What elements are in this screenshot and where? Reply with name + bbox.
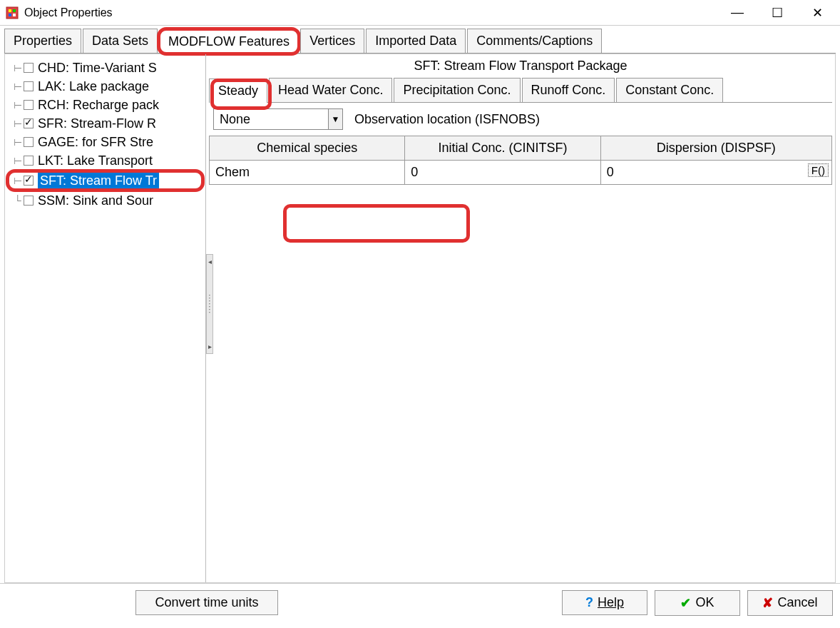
svg-rect-3 [9, 14, 11, 16]
svg-rect-2 [13, 9, 16, 12]
tree-label: SFT: Stream Flow Tr [38, 173, 159, 189]
button-label: Cancel [777, 595, 817, 610]
tree-connector-icon: ⊢ [12, 155, 24, 166]
tab-data-sets[interactable]: Data Sets [83, 29, 158, 53]
table-row: Chem 0 0 F() [210, 161, 832, 185]
app-icon [6, 6, 19, 19]
obs-location-combo[interactable]: None ▼ [213, 108, 343, 130]
titlebar: Object Properties — ☐ ✕ [0, 0, 840, 26]
tree-item-rch[interactable]: ⊢ RCH: Recharge pack [8, 96, 203, 114]
top-tabs: Properties Data Sets MODFLOW Features Ve… [4, 29, 836, 54]
sub-tabs: Steady Head Water Conc. Precipitation Co… [209, 78, 832, 103]
tab-imported-data[interactable]: Imported Data [366, 29, 466, 53]
observation-row: None ▼ Observation location (ISFNOBS) [206, 103, 835, 136]
species-grid: Chemical species Initial Conc. (CINITSF)… [209, 136, 832, 185]
tree-label: SFR: Stream-Flow R [38, 116, 156, 131]
checkbox-icon[interactable] [24, 118, 34, 128]
combo-value: None [214, 112, 328, 127]
tree-connector-icon: ⊢ [12, 81, 24, 92]
subtab-precipitation-conc[interactable]: Precipitation Conc. [394, 78, 520, 102]
splitter-handle[interactable]: ◂ ······· ▸ [206, 254, 213, 354]
help-icon: ? [585, 595, 593, 610]
svg-rect-4 [13, 14, 16, 16]
tab-comments-captions[interactable]: Comments/Captions [467, 29, 602, 53]
chevron-right-icon: ▸ [208, 343, 212, 350]
content-panel: ◂ ······· ▸ SFT: Stream Flow Transport P… [206, 54, 835, 582]
tree-label: LAK: Lake package [38, 79, 149, 94]
convert-time-units-button[interactable]: Convert time units [135, 590, 278, 615]
checkbox-icon[interactable] [24, 81, 34, 91]
tree-label: LKT: Lake Transport [38, 153, 153, 168]
tab-vertices[interactable]: Vertices [300, 29, 364, 53]
main-area: ⊢ CHD: Time-Variant S ⊢ LAK: Lake packag… [4, 54, 836, 583]
tab-modflow-features[interactable]: MODFLOW Features [159, 29, 299, 54]
tree-connector-icon: ⊢ [12, 136, 24, 148]
maximize-button[interactable]: ☐ [766, 5, 789, 21]
help-button[interactable]: ? Help [562, 590, 647, 615]
tab-properties[interactable]: Properties [4, 29, 81, 53]
check-icon: ✔ [680, 595, 691, 611]
cancel-icon: ✘ [762, 595, 773, 611]
tree-item-lkt[interactable]: ⊢ LKT: Lake Transport [8, 151, 203, 170]
tree-label: RCH: Recharge pack [38, 98, 159, 113]
panel-title: SFT: Stream Flow Transport Package [206, 54, 835, 78]
tree-item-gage[interactable]: ⊢ GAGE: for SFR Stre [8, 133, 203, 151]
cancel-button[interactable]: ✘ Cancel [747, 590, 833, 616]
checkbox-icon[interactable] [24, 176, 34, 186]
grip-dots-icon: ······· [209, 294, 211, 314]
chevron-left-icon: ◂ [208, 258, 212, 265]
cell-dispersion-value: 0 [607, 165, 614, 179]
tree-item-chd[interactable]: ⊢ CHD: Time-Variant S [8, 59, 203, 77]
ok-button[interactable]: ✔ OK [655, 590, 740, 616]
chevron-down-icon[interactable]: ▼ [328, 109, 342, 129]
window-buttons: — ☐ ✕ [726, 5, 834, 21]
cell-dispersion[interactable]: 0 F() [600, 161, 831, 185]
checkbox-icon[interactable] [24, 196, 34, 206]
cell-species: Chem [210, 161, 405, 185]
subtab-steady[interactable]: Steady [209, 78, 267, 103]
tree-connector-icon: ⊢ [12, 175, 24, 186]
tree-connector-icon: ⊢ [12, 62, 24, 74]
tree-label: SSM: Sink and Sour [38, 193, 153, 208]
formula-button[interactable]: F() [808, 163, 829, 177]
obs-location-label: Observation location (ISFNOBS) [354, 112, 540, 127]
cell-initial-conc[interactable]: 0 [405, 161, 600, 185]
tree-item-sft[interactable]: ⊢ SFT: Stream Flow Tr [8, 171, 203, 190]
window-title: Object Properties [24, 6, 726, 19]
tree-label: CHD: Time-Variant S [38, 61, 157, 76]
feature-tree: ⊢ CHD: Time-Variant S ⊢ LAK: Lake packag… [5, 54, 206, 582]
highlight-box [283, 204, 470, 243]
tree-label: GAGE: for SFR Stre [38, 135, 153, 150]
svg-rect-0 [6, 7, 18, 19]
subtab-head-water-conc[interactable]: Head Water Conc. [269, 78, 392, 102]
close-button[interactable]: ✕ [806, 5, 829, 21]
subtab-constant-conc[interactable]: Constant Conc. [616, 78, 723, 102]
footer: Convert time units ? Help ✔ OK ✘ Cancel [0, 583, 840, 622]
col-dispersion: Dispersion (DISPSF) [600, 136, 831, 161]
minimize-button[interactable]: — [726, 5, 749, 21]
col-chemical-species: Chemical species [210, 136, 405, 161]
tree-item-ssm[interactable]: └ SSM: Sink and Sour [8, 191, 203, 210]
button-label: OK [695, 595, 714, 610]
col-initial-conc: Initial Conc. (CINITSF) [405, 136, 600, 161]
tree-connector-icon: ⊢ [12, 118, 24, 129]
tree-connector-icon: └ [12, 195, 24, 206]
checkbox-icon[interactable] [24, 137, 34, 147]
checkbox-icon[interactable] [24, 63, 34, 73]
checkbox-icon[interactable] [24, 100, 34, 110]
button-label: Help [598, 595, 624, 610]
tree-item-lak[interactable]: ⊢ LAK: Lake package [8, 77, 203, 96]
button-label: Convert time units [155, 595, 258, 610]
checkbox-icon[interactable] [24, 156, 34, 166]
subtab-runoff-conc[interactable]: Runoff Conc. [522, 78, 615, 102]
tree-item-sfr[interactable]: ⊢ SFR: Stream-Flow R [8, 114, 203, 133]
svg-rect-1 [9, 9, 11, 12]
tree-connector-icon: ⊢ [12, 99, 24, 111]
